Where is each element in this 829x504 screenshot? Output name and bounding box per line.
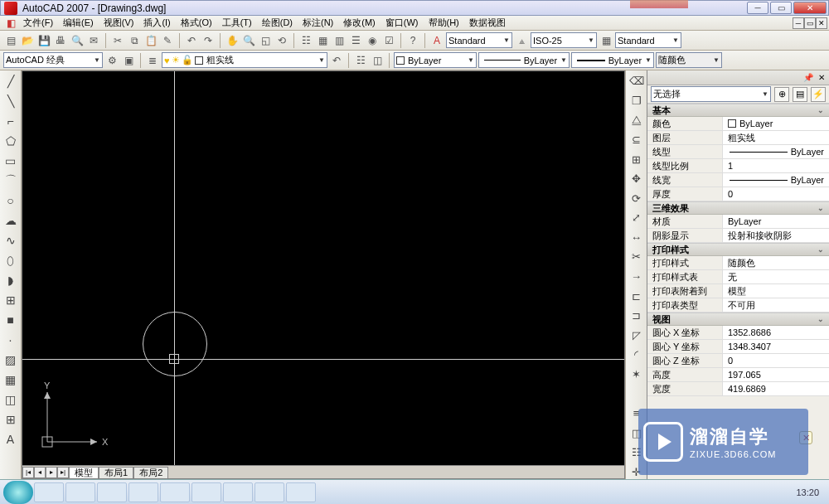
block-icon[interactable]: ■ <box>3 313 18 327</box>
offset-icon[interactable]: ⊆ <box>629 133 644 148</box>
xline-icon[interactable]: ╲ <box>3 94 18 109</box>
tab-first-icon[interactable]: |◂ <box>22 467 34 478</box>
properties-icon[interactable]: ☷ <box>298 33 313 48</box>
preview-icon[interactable]: 🔍 <box>70 33 85 48</box>
paste-icon[interactable]: 📋 <box>143 33 158 48</box>
lineweight-combo[interactable]: ByLayer▼ <box>571 52 654 68</box>
table-icon[interactable]: ⊞ <box>3 412 18 427</box>
workspace-save-icon[interactable]: ▣ <box>121 53 136 68</box>
plot-icon[interactable]: 🖶 <box>53 33 68 48</box>
toolpalette-icon[interactable]: ▥ <box>332 33 347 48</box>
menu-tools[interactable]: 工具(T) <box>217 17 257 29</box>
plotstyle-combo[interactable]: 随颜色▼ <box>656 52 722 68</box>
group-3d[interactable]: 三维效果⌄ <box>647 201 829 215</box>
save-icon[interactable]: 💾 <box>36 33 51 48</box>
publish-icon[interactable]: ✉ <box>86 33 101 48</box>
quickselect-icon[interactable]: ▤ <box>793 87 807 102</box>
pline-icon[interactable]: ⌐ <box>3 114 18 128</box>
fillet-icon[interactable]: ◜ <box>629 347 644 362</box>
layer-states-icon[interactable]: ☷ <box>353 53 368 68</box>
explode-icon[interactable]: ✶ <box>629 367 644 382</box>
tab-layout2[interactable]: 布局2 <box>133 467 168 478</box>
calc-icon[interactable]: ☑ <box>381 33 396 48</box>
zoom-icon[interactable]: 🔍 <box>241 33 256 48</box>
layer-prev-icon[interactable]: ↶ <box>329 53 344 68</box>
layer-manager-icon[interactable]: ≣ <box>145 53 160 68</box>
pan-icon[interactable]: ✋ <box>225 33 240 48</box>
taskbar-item[interactable] <box>97 482 127 502</box>
new-icon[interactable]: ▤ <box>3 33 18 48</box>
redo-icon[interactable]: ↷ <box>201 33 216 48</box>
taskbar-item[interactable] <box>160 482 190 502</box>
props-close-icon[interactable]: ✕ <box>816 72 827 84</box>
group-plot[interactable]: 打印样式⌄ <box>647 243 829 256</box>
taskbar-item[interactable] <box>34 482 64 502</box>
zoomprev-icon[interactable]: ⟲ <box>274 33 289 48</box>
menu-format[interactable]: 格式(O) <box>176 17 217 29</box>
menu-help[interactable]: 帮助(H) <box>424 17 464 29</box>
hatch-icon[interactable]: ▨ <box>3 352 18 367</box>
start-button[interactable] <box>3 481 33 504</box>
copy-obj-icon[interactable]: ❐ <box>629 94 644 109</box>
taskbar-item[interactable] <box>223 482 253 502</box>
group-view[interactable]: 视图⌄ <box>647 313 829 326</box>
arc-icon[interactable]: ⌒ <box>3 173 18 188</box>
props-pin-icon[interactable]: 📌 <box>802 72 814 84</box>
copy-icon[interactable]: ⧉ <box>127 33 142 48</box>
layer-combo[interactable]: ♥☀🔓 粗实线▼ <box>162 52 327 68</box>
region-icon[interactable]: ◫ <box>3 392 18 407</box>
drawing-canvas[interactable]: X Y <box>22 71 624 465</box>
tab-layout1[interactable]: 布局1 <box>99 467 133 478</box>
textstyle-icon[interactable]: A <box>429 33 444 48</box>
menu-view[interactable]: 视图(V) <box>99 17 139 29</box>
chamfer-icon[interactable]: ◸ <box>629 328 644 343</box>
trim-icon[interactable]: ✂ <box>629 250 644 264</box>
linetype-combo[interactable]: ByLayer▼ <box>478 52 570 68</box>
ellipse-icon[interactable]: ⬯ <box>3 253 18 268</box>
extend-icon[interactable]: → <box>629 269 644 284</box>
circle-icon[interactable]: ○ <box>3 193 18 208</box>
tablestyle-icon[interactable]: ▦ <box>599 33 613 48</box>
taskbar-item[interactable] <box>191 482 221 502</box>
markup-icon[interactable]: ◉ <box>365 33 380 48</box>
menu-draw[interactable]: 绘图(D) <box>257 17 298 29</box>
menu-dataview[interactable]: 数据视图 <box>464 17 511 29</box>
polygon-icon[interactable]: ⬠ <box>3 133 18 148</box>
array-icon[interactable]: ⊞ <box>629 152 644 167</box>
scale-icon[interactable]: ⤢ <box>629 211 644 225</box>
tab-last-icon[interactable]: ▸| <box>57 467 69 478</box>
join-icon[interactable]: ⊐ <box>629 308 644 323</box>
break-icon[interactable]: ⊏ <box>629 288 644 303</box>
tab-model[interactable]: 模型 <box>69 467 99 478</box>
line-icon[interactable]: ╱ <box>3 74 18 89</box>
sheetset-icon[interactable]: ☰ <box>348 33 363 48</box>
system-clock[interactable]: 13:20 <box>789 487 826 497</box>
taskbar-item[interactable] <box>65 482 95 502</box>
mirror-icon[interactable]: ⧋ <box>629 113 644 128</box>
mdi-minimize[interactable]: ─ <box>793 17 804 29</box>
tab-next-icon[interactable]: ▸ <box>46 467 57 478</box>
minimize-button[interactable]: ─ <box>747 2 768 14</box>
rectangle-icon[interactable]: ▭ <box>3 153 18 168</box>
menu-file[interactable]: 文件(F) <box>18 17 58 29</box>
table-style-combo[interactable]: Standard▼ <box>615 32 681 48</box>
spline-icon[interactable]: ∿ <box>3 233 18 248</box>
ellipsearc-icon[interactable]: ◗ <box>3 273 18 288</box>
dimstyle-icon[interactable]: ⟁ <box>514 33 529 48</box>
point-icon[interactable]: · <box>3 332 18 347</box>
group-basic[interactable]: 基本⌄ <box>647 104 829 117</box>
undo-icon[interactable]: ↶ <box>184 33 199 48</box>
layer-iso-icon[interactable]: ◫ <box>370 53 385 68</box>
selection-combo[interactable]: 无选择▼ <box>651 86 771 102</box>
mdi-close[interactable]: ✕ <box>816 17 827 29</box>
stretch-icon[interactable]: ↔ <box>629 230 644 245</box>
cut-icon[interactable]: ✂ <box>110 33 125 48</box>
maximize-button[interactable]: ▭ <box>770 2 792 14</box>
menu-edit[interactable]: 编辑(E) <box>58 17 99 29</box>
rotate-icon[interactable]: ⟳ <box>629 191 644 206</box>
open-icon[interactable]: 📂 <box>20 33 35 48</box>
zoomwin-icon[interactable]: ◱ <box>258 33 273 48</box>
help-icon[interactable]: ? <box>405 33 420 48</box>
close-button[interactable]: ✕ <box>793 2 827 14</box>
tab-prev-icon[interactable]: ◂ <box>34 467 46 478</box>
